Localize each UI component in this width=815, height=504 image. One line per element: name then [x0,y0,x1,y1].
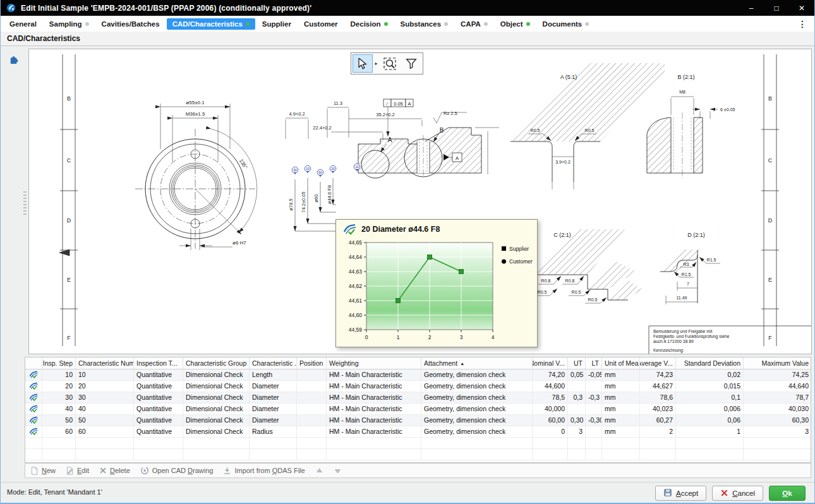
menu-item-general[interactable]: General [4,18,42,30]
column-header-standard-deviation[interactable]: Standard Deviation [676,357,744,369]
column-header-nominal-v[interactable]: Nominal V... [533,357,568,369]
svg-text:3.9+0.2: 3.9+0.2 [555,160,570,164]
menu-item-label: Object [500,20,523,28]
svg-text:C (2:1): C (2:1) [553,232,571,238]
svg-text:R0.5: R0.5 [538,290,547,294]
table-toolbar: NewEditDeleteOpen CAD DrawingImport from… [25,463,811,478]
data-point[interactable] [396,299,401,303]
detail-d: D (2:1) R3 R1.5 R1.5 7 11.49 [660,232,720,304]
svg-text:ø6 H7: ø6 H7 [232,240,246,246]
svg-text:ø78.5: ø78.5 [288,198,294,210]
cell-standard-deviation: 0,015 [676,381,744,392]
column-header-weighting[interactable]: Weighting [327,357,421,369]
cell-characteristic-number [76,438,134,448]
accept-button[interactable]: Accept [655,486,706,501]
cell-position [297,449,327,460]
cell-characteristic: Diameter [250,381,297,392]
cell-unit-of-mea: mm [602,404,640,414]
menu-item-cavities-batches[interactable]: Cavities/Batches [96,18,166,30]
cursor-icon [358,58,368,69]
edit-button[interactable]: Edit [66,467,89,475]
column-header-maximum-value[interactable]: Maximum Value [744,357,811,369]
cell-attachment [421,438,533,448]
delete-button[interactable]: Delete [99,467,130,474]
characteristics-table[interactable]: Insp. StepCharacteristic NumberInspectio… [25,357,811,463]
column-header-icon[interactable] [25,357,42,369]
svg-text:50: 50 [318,171,322,174]
table-row[interactable]: 3030QuantitativeDimensional CheckDiamete… [25,392,811,404]
column-header-inspection-t[interactable]: Inspection T... [134,357,183,369]
table-row[interactable]: 2020QuantitativeDimensional CheckDiamete… [25,381,811,392]
column-header-attachment[interactable]: Attachment▲ [421,357,533,369]
column-header-average-v[interactable]: Average V... [640,357,676,369]
measurement-popup[interactable]: 20 Diameter ø44.6 F8 44,5944,6044,6144,6… [335,219,538,347]
filter-tool-button[interactable] [401,54,421,73]
menu-overflow-icon[interactable]: ⋮ [798,19,807,29]
menu-item-sampling[interactable]: Sampling [44,18,95,30]
open-cad-drawing-button[interactable]: Open CAD Drawing [140,466,214,475]
menu-item-customer[interactable]: Customer [298,18,344,30]
cell-maximum-value: 60,30 [744,415,811,426]
column-header-characteristic-group[interactable]: Characteristic Group [183,357,250,369]
svg-text:F: F [67,335,71,341]
cancel-button[interactable]: Cancel [712,486,763,501]
svg-text:ø60: ø60 [313,195,319,203]
move-down-button[interactable] [334,467,342,475]
ok-button[interactable]: Ok [769,486,806,501]
data-point[interactable] [428,255,432,260]
svg-text:E: E [768,277,772,283]
menu-item-supplier[interactable]: Supplier [257,18,297,30]
select-tool-button[interactable] [353,54,373,73]
cell-characteristic-number: 40 [76,404,134,414]
characteristic-pins[interactable]: 30 10 50 20 10 [292,164,360,177]
menu-item-decision[interactable]: Decision [345,18,394,30]
puzzle-icon[interactable] [8,54,19,67]
table-row[interactable]: 1010QuantitativeDimensional CheckLengthH… [25,369,811,381]
close-button[interactable]: ✕ [789,0,814,16]
column-header-characteristic[interactable]: Characteristic ... [250,357,297,369]
menu-item-object[interactable]: Object [495,18,536,30]
cell-inspection-t: Quantitative [134,404,183,414]
cell-maximum-value: 44,640 [744,381,811,392]
panel-splitter[interactable] [23,191,27,217]
cell-position [297,404,327,414]
column-header-ut[interactable]: UT [568,357,586,369]
zoom-selection-tool-button[interactable] [380,54,400,73]
svg-text:R0.5: R0.5 [588,297,598,302]
title-bar: Edit Initial Sample 'EMPB-2024-001/BSP (… [1,0,814,16]
x-tick-label: 0 [365,334,368,340]
menu-item-documents[interactable]: Documents [537,18,595,30]
cell-maximum-value: 74,25 [744,369,811,380]
column-header-lt[interactable]: LT [586,357,602,369]
cell-insp-step: 60 [42,426,76,437]
svg-text:C: C [768,157,773,164]
maximize-button[interactable]: □ [764,0,789,16]
svg-text:6 ±0.05: 6 ±0.05 [720,107,735,112]
table-row[interactable]: 4040QuantitativeDimensional CheckDiamete… [25,404,811,415]
column-header-unit-of-mea[interactable]: Unit of Mea... [602,357,640,369]
minimize-button[interactable]: – [739,0,764,16]
cell-attachment: Geometry, dimension check [421,392,533,403]
data-point[interactable] [459,270,464,274]
status-dot-gray [85,22,89,26]
cell-standard-deviation [676,449,744,460]
tool-dropdown-caret[interactable]: ▸ [374,61,378,66]
cell-nominal-v [533,449,568,460]
cell-lt [586,381,602,392]
move-up-button[interactable] [315,467,323,475]
new-button[interactable]: New [30,467,56,475]
menu-item-cad-characteristics[interactable]: CAD/Characteristics [167,18,255,30]
column-header-position[interactable]: Position [297,357,327,369]
column-header-insp-step[interactable]: Insp. Step [42,357,76,369]
menu-item-substances[interactable]: Substances [395,18,454,30]
import-from-qdas-file-button[interactable]: Import from QDAS File [223,467,305,475]
cell-weighting [327,438,421,448]
column-header-characteristic-number[interactable]: Characteristic Number [76,357,134,369]
cell-weighting: HM - Main Characteristic [327,369,421,380]
menu-item-capa[interactable]: CAPA [455,18,493,30]
cell-insp-step: 40 [42,404,76,414]
cell-icon [25,449,42,460]
cell-characteristic-group: Dimensional Check [183,381,250,392]
table-row[interactable]: 6060QuantitativeDimensional CheckRadiusH… [25,426,811,438]
table-row[interactable]: 5050QuantitativeDimensional CheckDiamete… [25,415,811,426]
